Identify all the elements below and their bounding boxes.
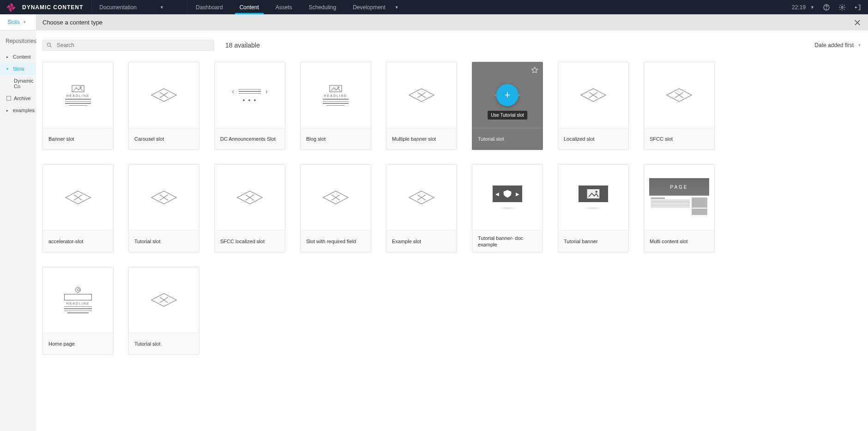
card-preview: [129, 267, 199, 333]
tree-item-slots[interactable]: ▾ Slots: [0, 63, 36, 75]
card-preview: [558, 165, 628, 230]
brand-logo[interactable]: [0, 2, 22, 13]
sort-dropdown[interactable]: Date added first ▼: [814, 42, 862, 48]
svg-point-3: [47, 43, 50, 46]
tab-assets[interactable]: Assets: [267, 0, 301, 14]
chevron-down-icon: ▼: [810, 5, 814, 10]
time-value: 22:19: [792, 4, 806, 11]
content-type-card[interactable]: Example slot: [386, 164, 457, 252]
favorite-icon[interactable]: [530, 66, 539, 74]
slot-thumb: [320, 188, 351, 207]
content-type-card[interactable]: HEADLINE Blog slot: [300, 62, 371, 150]
card-preview: [644, 62, 714, 128]
content-type-card[interactable]: ◀ ▶ Tutorial banner- doc example: [472, 164, 543, 252]
chevron-down-icon: ▼: [395, 5, 399, 10]
close-button[interactable]: [853, 18, 862, 27]
content-type-card[interactable]: SFCC slot: [644, 62, 715, 150]
multicontent-thumb: PAGE: [649, 178, 709, 217]
card-title: accelerator-slot: [43, 230, 113, 252]
card-title: Home page: [43, 333, 113, 354]
slot-thumb: [149, 86, 179, 104]
chevron-down-icon: ▼: [857, 43, 862, 48]
content-type-card[interactable]: Multiple banner slot: [386, 62, 457, 150]
card-title: Multi content slot: [644, 230, 714, 252]
content-type-card[interactable]: HEADLINE Home page: [42, 267, 114, 355]
time-dropdown[interactable]: 22:19 ▼: [792, 4, 814, 11]
chevron-right-icon: ▸: [6, 55, 10, 59]
content-type-card[interactable]: HEADLINE Banner slot: [42, 62, 114, 150]
banner-thumb: HEADLINE: [317, 84, 354, 106]
tab-scheduling[interactable]: Scheduling: [301, 0, 344, 14]
tab-dashboard[interactable]: Dashboard: [187, 0, 231, 14]
content-type-card[interactable]: Localized slot: [558, 62, 629, 150]
homepage-thumb: HEADLINE: [60, 287, 96, 313]
chevron-down-icon: ▾: [6, 67, 10, 71]
content-type-card[interactable]: accelerator-slot: [42, 164, 114, 252]
brand-title[interactable]: DYNAMIC CONTENT: [22, 0, 92, 14]
svg-point-1: [826, 8, 827, 9]
card-title: SFCC localized slot: [215, 230, 285, 252]
card-title: Slot with required field: [301, 230, 371, 252]
content-type-card[interactable]: ‹ › ● ● ● DC Announcements Slot: [214, 62, 285, 150]
sort-label: Date added first: [814, 42, 854, 48]
modal-body: 18 available Date added first ▼ HEADLINE…: [36, 30, 868, 431]
content-type-card[interactable]: Slot with required field: [300, 164, 371, 252]
gear-icon[interactable]: [838, 4, 846, 11]
card-title: DC Announcements Slot: [215, 128, 285, 150]
card-title: Localized slot: [558, 128, 628, 150]
available-count: 18 available: [225, 42, 260, 49]
documentation-label: Documentation: [99, 4, 137, 11]
content-type-card[interactable]: + Use Tutorial slot Tutorial slot: [472, 62, 543, 150]
top-navbar: DYNAMIC CONTENT Documentation ▼ Dashboar…: [0, 0, 868, 14]
slot-thumb: [149, 188, 179, 207]
tree-item-archive[interactable]: Archive: [0, 92, 36, 104]
modal-title: Choose a content type: [42, 19, 102, 26]
logout-icon[interactable]: [854, 4, 862, 11]
tree-item-examples[interactable]: ▸ examples: [0, 104, 36, 116]
slot-thumb: [235, 188, 265, 207]
close-icon: [853, 18, 862, 27]
tree-item-content[interactable]: ▸ Content: [0, 51, 36, 63]
shield-banner-thumb: ◀ ▶: [493, 186, 522, 210]
card-preview: HEADLINE: [301, 62, 371, 128]
slot-thumb: [149, 291, 179, 309]
svg-point-2: [841, 6, 843, 8]
carousel-thumb: ‹ › ● ● ●: [224, 88, 275, 102]
content-type-card[interactable]: Carousel slot: [128, 62, 199, 150]
search-wrapper: [42, 40, 214, 51]
chevron-right-icon: ▸: [6, 108, 10, 113]
card-preview: HEADLINE: [43, 267, 113, 333]
card-preview: [301, 165, 371, 230]
card-title: SFCC slot: [644, 128, 714, 150]
card-title: Tutorial slot: [472, 128, 542, 150]
tab-development[interactable]: Development ▼: [344, 0, 407, 14]
primary-nav-tabs: Dashboard Content Assets Scheduling Deve…: [187, 0, 407, 14]
card-title: Tutorial slot: [129, 230, 199, 252]
archive-icon: [6, 96, 11, 101]
card-preview: + Use Tutorial slot: [472, 62, 542, 128]
documentation-dropdown[interactable]: Documentation ▼: [92, 0, 187, 14]
slot-thumb: [664, 86, 694, 104]
modal-toolbar: 18 available Date added first ▼: [42, 40, 862, 51]
card-preview: HEADLINE: [43, 62, 113, 128]
tree-item-dynamic[interactable]: Dynamic Co: [0, 75, 36, 92]
card-preview: PAGE: [644, 165, 714, 230]
content-type-modal: Choose a content type 18 available Date …: [36, 14, 868, 431]
content-type-card[interactable]: Tutorial banner: [558, 164, 629, 252]
slot-thumb: [578, 86, 609, 104]
content-type-card[interactable]: Tutorial slot: [128, 164, 199, 252]
card-preview: [129, 62, 199, 128]
card-title: Multiple banner slot: [386, 128, 457, 150]
content-type-card[interactable]: SFCC localized slot: [214, 164, 285, 252]
content-type-card[interactable]: PAGE Multi content slot: [644, 164, 715, 252]
help-icon[interactable]: [823, 4, 830, 11]
card-title: Banner slot: [43, 128, 113, 150]
search-input[interactable]: [42, 40, 214, 51]
slot-thumb: [406, 86, 437, 104]
card-preview: [215, 165, 285, 230]
tab-content[interactable]: Content: [231, 0, 267, 14]
slots-dropdown[interactable]: Slots ▼: [7, 19, 27, 25]
add-button[interactable]: +: [496, 84, 518, 106]
banner-thumb: HEADLINE: [60, 84, 96, 106]
content-type-card[interactable]: Tutorial slot: [128, 267, 199, 355]
